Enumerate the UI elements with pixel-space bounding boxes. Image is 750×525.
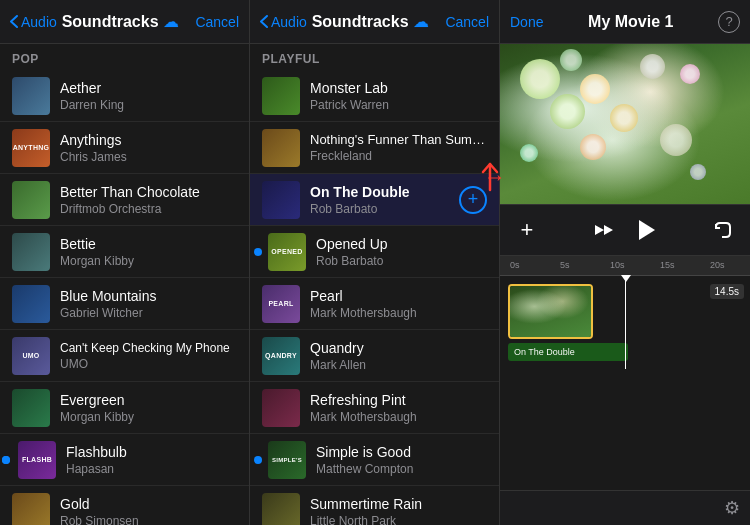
track-name-simple-is-good: Simple is Good xyxy=(316,444,487,460)
track-name-aether: Aether xyxy=(60,80,237,96)
audio-track-label: On The Double xyxy=(514,347,575,357)
track-artist-blue: Gabriel Witcher xyxy=(60,306,237,320)
track-thumb-refreshing-pint xyxy=(262,389,300,427)
add-clip-button[interactable]: + xyxy=(510,213,544,247)
track-name-flashbulb: Flashbulb xyxy=(66,444,237,460)
left-cancel-button[interactable]: Cancel xyxy=(195,14,239,30)
track-name-bettie: Bettie xyxy=(60,236,237,252)
timeline-video-clip[interactable] xyxy=(508,284,593,339)
track-thumb-flashbulb: FLASHB xyxy=(18,441,56,479)
track-artist-better: Driftmob Orchestra xyxy=(60,202,237,216)
done-button[interactable]: Done xyxy=(510,14,543,30)
audio-track-bar[interactable]: On The Double xyxy=(508,343,628,361)
track-thumb-simple-is-good: SIMPLE'S xyxy=(268,441,306,479)
help-button[interactable]: ? xyxy=(718,11,740,33)
track-name-on-the-double: On The Double xyxy=(310,184,453,200)
video-preview xyxy=(500,44,750,204)
track-item-blue-mountains[interactable]: Blue Mountains Gabriel Witcher xyxy=(0,278,249,330)
settings-icon[interactable]: ⚙ xyxy=(724,497,740,519)
middle-cancel-button[interactable]: Cancel xyxy=(445,14,489,30)
left-title: Soundtracks xyxy=(57,13,164,31)
track-name-cant-keep: Can't Keep Checking My Phone xyxy=(60,341,237,355)
track-thumb-gold xyxy=(12,493,50,526)
playback-controls: + xyxy=(500,204,750,256)
middle-title: Soundtracks xyxy=(307,13,414,31)
track-item-refreshing-pint[interactable]: Refreshing Pint Mark Mothersbaugh xyxy=(250,382,499,434)
track-item-quandry[interactable]: QANDRY Quandry Mark Allen xyxy=(250,330,499,382)
track-item-evergreen[interactable]: Evergreen Morgan Kibby xyxy=(0,382,249,434)
track-thumb-pearl: PEARL xyxy=(262,285,300,323)
right-title: My Movie 1 xyxy=(543,13,718,31)
track-name-summertime-rain: Summertime Rain xyxy=(310,496,487,512)
track-item-gold[interactable]: Gold Rob Simonsen xyxy=(0,486,249,525)
track-name-monster-lab: Monster Lab xyxy=(310,80,487,96)
flashbulb-selected-dot xyxy=(2,456,10,464)
track-artist-flashbulb: Hapasan xyxy=(66,462,237,476)
left-panel: Audio Soundtracks ☁ Cancel POP Aether Da… xyxy=(0,0,250,525)
middle-back-label: Audio xyxy=(271,14,307,30)
timeline-content: 14.5s On The Double xyxy=(500,276,750,369)
track-artist-evergreen: Morgan Kibby xyxy=(60,410,237,424)
track-thumb-nothings xyxy=(262,129,300,167)
track-thumb-on-the-double xyxy=(262,181,300,219)
track-name-evergreen: Evergreen xyxy=(60,392,237,408)
track-artist-simple-is-good: Matthew Compton xyxy=(316,462,487,476)
track-name-refreshing-pint: Refreshing Pint xyxy=(310,392,487,408)
track-name-opened-up: Opened Up xyxy=(316,236,487,252)
track-thumb-quandry: QANDRY xyxy=(262,337,300,375)
track-artist-monster-lab: Patrick Warren xyxy=(310,98,487,112)
track-thumb-evergreen xyxy=(12,389,50,427)
track-thumb-monster xyxy=(262,77,300,115)
track-artist-bettie: Morgan Kibby xyxy=(60,254,237,268)
timeline-area: 0s 5s 10s 15s 20s 14.5s xyxy=(500,256,750,490)
track-item-simple-is-good[interactable]: SIMPLE'S Simple is Good Matthew Compton xyxy=(250,434,499,486)
track-artist-gold: Rob Simonsen xyxy=(60,514,237,526)
audio-track-container: On The Double xyxy=(508,343,746,361)
middle-section-label: PLAYFUL xyxy=(250,44,499,70)
track-name-blue: Blue Mountains xyxy=(60,288,237,304)
track-artist-refreshing-pint: Mark Mothersbaugh xyxy=(310,410,487,424)
left-back-button[interactable]: Audio xyxy=(10,14,57,30)
play-button[interactable] xyxy=(629,213,663,247)
track-thumb-bettie xyxy=(12,233,50,271)
track-item-anythings[interactable]: ANYTHNG Anythings Chris James xyxy=(0,122,249,174)
track-thumb-better xyxy=(12,181,50,219)
track-item-cant-keep[interactable]: UMO Can't Keep Checking My Phone UMO xyxy=(0,330,249,382)
on-the-double-add-button[interactable]: + xyxy=(459,186,487,214)
svg-marker-0 xyxy=(639,220,655,240)
track-thumb-blue xyxy=(12,285,50,323)
track-item-on-the-double[interactable]: On The Double Rob Barbato + xyxy=(250,174,499,226)
track-item-better-than-chocolate[interactable]: Better Than Chocolate Driftmob Orchestra xyxy=(0,174,249,226)
middle-cloud-icon[interactable]: ☁ xyxy=(413,12,429,31)
video-flowers-bg xyxy=(500,44,750,204)
track-item-aether[interactable]: Aether Darren King xyxy=(0,70,249,122)
track-artist-cant-keep: UMO xyxy=(60,357,237,371)
track-name-nothings-funner: Nothing's Funner Than Summ... xyxy=(310,132,487,147)
track-name-pearl: Pearl xyxy=(310,288,487,304)
track-item-bettie[interactable]: Bettie Morgan Kibby xyxy=(0,226,249,278)
track-artist-summertime-rain: Little North Park xyxy=(310,514,487,526)
track-item-summertime-rain[interactable]: Summertime Rain Little North Park xyxy=(250,486,499,525)
left-cloud-icon[interactable]: ☁ xyxy=(163,12,179,31)
track-item-flashbulb[interactable]: FLASHB Flashbulb Hapasan xyxy=(0,434,249,486)
track-item-opened-up[interactable]: OPENED Opened Up Rob Barbato xyxy=(250,226,499,278)
track-item-nothings-funner[interactable]: Nothing's Funner Than Summ... Frecklelan… xyxy=(250,122,499,174)
track-artist-pearl: Mark Mothersbaugh xyxy=(310,306,487,320)
track-thumb-opened-up: OPENED xyxy=(268,233,306,271)
timeline-ruler: 0s 5s 10s 15s 20s xyxy=(500,256,750,276)
simple-is-good-selected-dot xyxy=(254,456,262,464)
clip-inner xyxy=(510,286,591,337)
opened-up-selected-dot xyxy=(254,248,262,256)
track-item-monster-lab[interactable]: Monster Lab Patrick Warren xyxy=(250,70,499,122)
middle-header: Audio Soundtracks ☁ Cancel xyxy=(250,0,499,44)
track-item-pearl[interactable]: PEARL Pearl Mark Mothersbaugh xyxy=(250,278,499,330)
track-thumb-summertime-rain xyxy=(262,493,300,526)
track-name-gold: Gold xyxy=(60,496,237,512)
rewind-button[interactable] xyxy=(587,213,621,247)
track-thumb-aether xyxy=(12,77,50,115)
middle-back-button[interactable]: Audio xyxy=(260,14,307,30)
undo-button[interactable] xyxy=(706,213,740,247)
left-section-label: POP xyxy=(0,44,249,70)
middle-panel: Audio Soundtracks ☁ Cancel PLAYFUL Monst… xyxy=(250,0,500,525)
track-name-anythings: Anythings xyxy=(60,132,237,148)
